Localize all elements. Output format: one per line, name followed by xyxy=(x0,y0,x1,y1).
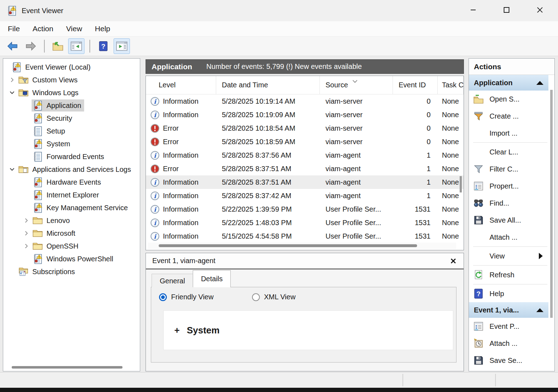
action-clear-l[interactable]: Clear L... xyxy=(469,143,548,160)
tree-item-lenovo[interactable]: Lenovo xyxy=(3,214,140,227)
tree-item-microsoft[interactable]: Microsoft xyxy=(3,227,140,240)
collapse-icon[interactable] xyxy=(536,308,543,312)
tree-item-hit[interactable]: Windows Logs xyxy=(17,87,81,99)
menu-action[interactable]: Action xyxy=(33,24,53,33)
tree-item-subscriptions[interactable]: Subscriptions xyxy=(3,265,140,278)
table-row[interactable]: iInformation5/28/2025 8:37:51 AMviam-age… xyxy=(146,175,464,189)
tree-item-windows-powershell[interactable]: Windows PowerShell xyxy=(3,252,140,265)
chevron-right-icon[interactable] xyxy=(7,77,17,83)
tree-item-hit[interactable]: Security xyxy=(32,112,75,124)
chevron-right-icon[interactable] xyxy=(21,217,32,224)
table-row[interactable]: iInformation5/15/2025 4:54:58 PMUser Pro… xyxy=(146,229,464,243)
action-event-p[interactable]: Event P... xyxy=(469,318,548,335)
column-header-date-and-time[interactable]: Date and Time xyxy=(216,76,320,94)
maximize-button[interactable] xyxy=(494,1,519,20)
close-button[interactable] xyxy=(527,1,552,20)
tree-item-application[interactable]: Application xyxy=(3,99,140,112)
minimize-button[interactable] xyxy=(461,1,486,20)
toggle-console-tree-button[interactable] xyxy=(68,38,84,54)
tree-item-hit[interactable]: Windows PowerShell xyxy=(32,253,116,265)
tree-item-setup[interactable]: Setup xyxy=(3,125,140,137)
sidebar-hscroll-thumb[interactable] xyxy=(12,366,122,369)
tree-item-hit[interactable]: System xyxy=(32,138,73,150)
tree-item-hit[interactable]: Event Viewer (Local) xyxy=(10,61,93,73)
event-list-horizontal-scrollbar[interactable] xyxy=(148,243,456,249)
tree-item-event-viewer-local[interactable]: Event Viewer (Local) xyxy=(3,61,140,74)
tab-details[interactable]: Details xyxy=(193,270,231,287)
tree-item-hit[interactable]: Key Management Service xyxy=(32,202,131,214)
tree-item-hardware-events[interactable]: Hardware Events xyxy=(3,176,140,189)
column-header-level[interactable]: Level xyxy=(146,76,216,94)
collapse-icon[interactable] xyxy=(536,81,543,85)
table-row[interactable]: iInformation5/28/2025 8:37:56 AMviam-age… xyxy=(146,148,464,162)
column-header-event-id[interactable]: Event ID xyxy=(393,76,438,94)
xml-view-option[interactable]: XML View xyxy=(252,293,296,301)
tree-item-hit[interactable]: Hardware Events xyxy=(32,176,104,188)
table-row[interactable]: iInformation5/28/2025 10:19:14 AMviam-se… xyxy=(146,94,464,108)
table-row[interactable]: iInformation5/22/2025 1:39:59 PMUser Pro… xyxy=(146,202,464,216)
table-row[interactable]: iInformation5/28/2025 8:37:42 AMviam-age… xyxy=(146,189,464,202)
action-view[interactable]: View xyxy=(469,247,548,265)
table-row[interactable]: iInformation5/22/2025 1:48:03 PMUser Pro… xyxy=(146,216,464,229)
tree-item-applications-and-services-logs[interactable]: Applications and Services Logs xyxy=(3,163,140,176)
chevron-down-icon[interactable] xyxy=(7,166,17,173)
tree-item-hit[interactable]: Applications and Services Logs xyxy=(17,163,134,175)
tree-item-hit[interactable]: Microsoft xyxy=(32,227,78,239)
table-row[interactable]: Error5/28/2025 10:18:59 AMviam-server0No… xyxy=(146,135,464,148)
table-row[interactable]: Error5/28/2025 8:37:51 AMviam-agent1None xyxy=(146,162,464,175)
forward-button[interactable] xyxy=(23,38,39,54)
action-refresh[interactable]: Refresh xyxy=(469,266,548,283)
actions-scroll-thumb[interactable] xyxy=(550,90,553,318)
tree-item-forwarded-events[interactable]: Forwarded Events xyxy=(3,150,140,163)
help-button[interactable]: ? xyxy=(95,38,111,54)
action-attach[interactable]: Attach ... xyxy=(469,229,548,246)
tree-item-hit[interactable]: OpenSSH xyxy=(32,240,81,252)
actions-scrollbar[interactable] xyxy=(550,76,553,370)
action-attach[interactable]: Attach ... xyxy=(469,335,548,352)
tree-item-hit[interactable]: Internet Explorer xyxy=(32,189,102,201)
system-node-label[interactable]: System xyxy=(187,325,220,336)
tree-item-hit[interactable]: Custom Views xyxy=(17,74,80,86)
tree-item-hit[interactable]: Forwarded Events xyxy=(32,151,107,163)
menu-file[interactable]: File xyxy=(8,24,20,33)
chevron-down-icon[interactable] xyxy=(7,89,17,96)
tree-item-hit[interactable]: Application xyxy=(32,99,84,111)
event-list-hscroll-thumb[interactable] xyxy=(159,244,417,247)
expand-system-toggle[interactable]: + xyxy=(174,325,180,336)
tree-item-internet-explorer[interactable]: Internet Explorer xyxy=(3,189,140,201)
event-list-vscroll-thumb[interactable] xyxy=(460,176,462,192)
tree-item-openssh[interactable]: OpenSSH xyxy=(3,240,140,252)
menu-view[interactable]: View xyxy=(66,24,82,33)
actions-section-header-application[interactable]: Application xyxy=(469,75,548,91)
tab-general[interactable]: General xyxy=(152,274,193,287)
action-open-s[interactable]: Open S... xyxy=(469,91,548,108)
radio-selected-icon[interactable] xyxy=(159,293,167,301)
radio-unselected-icon[interactable] xyxy=(252,293,260,301)
actions-section-header-event-1-via[interactable]: Event 1, via... xyxy=(469,302,548,318)
action-propert[interactable]: Propert... xyxy=(469,178,548,195)
close-icon[interactable] xyxy=(449,257,457,265)
tree-item-custom-views[interactable]: Custom Views xyxy=(3,74,140,86)
table-row[interactable]: iInformation5/28/2025 10:19:09 AMviam-se… xyxy=(146,108,464,121)
event-list-vertical-scrollbar[interactable] xyxy=(459,95,463,241)
tree-item-hit[interactable]: Subscriptions xyxy=(17,266,78,278)
toggle-action-pane-button[interactable] xyxy=(114,38,130,54)
menu-help[interactable]: Help xyxy=(95,24,110,33)
action-save-se[interactable]: Save Se... xyxy=(469,352,548,369)
action-save-all[interactable]: Save All... xyxy=(469,212,548,229)
tree-item-security[interactable]: Security xyxy=(3,112,140,125)
tree-item-system[interactable]: System xyxy=(3,137,140,150)
table-row[interactable]: Error5/28/2025 10:18:54 AMviam-server0No… xyxy=(146,121,464,135)
chevron-right-icon[interactable] xyxy=(21,243,32,249)
action-help[interactable]: ?Help xyxy=(469,285,548,302)
tree-item-hit[interactable]: Lenovo xyxy=(32,214,73,227)
tree-item-windows-logs[interactable]: Windows Logs xyxy=(3,86,140,99)
tree-item-hit[interactable]: Setup xyxy=(32,125,68,137)
action-filter-c[interactable]: Filter C... xyxy=(469,160,548,178)
action-find[interactable]: Find... xyxy=(469,195,548,212)
action-import[interactable]: Import ... xyxy=(469,125,548,142)
friendly-view-option[interactable]: Friendly View xyxy=(159,293,214,301)
column-header-task-category[interactable]: Task Category xyxy=(438,76,464,94)
chevron-right-icon[interactable] xyxy=(21,230,32,236)
export-log-button[interactable] xyxy=(50,38,66,54)
